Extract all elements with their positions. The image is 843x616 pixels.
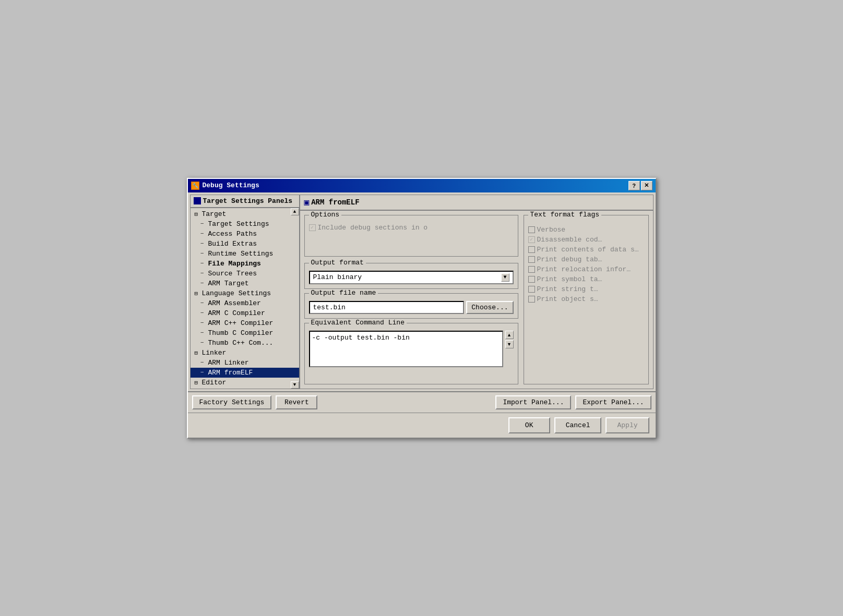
- output-file-input[interactable]: [309, 301, 465, 314]
- include-debug-checkbox[interactable]: [309, 224, 316, 231]
- output-file-inner: Choose...: [309, 301, 514, 314]
- ok-button[interactable]: OK: [508, 417, 550, 433]
- right-content: Options Include debug sections in o Outp…: [300, 211, 653, 389]
- toggle-linker: ⊟: [195, 349, 201, 356]
- choose-button[interactable]: Choose...: [466, 301, 513, 314]
- output-format-dropdown[interactable]: Plain binary ▼: [309, 271, 514, 284]
- sidebar-item-file-mappings[interactable]: — File Mappings: [191, 259, 299, 269]
- close-button[interactable]: ✕: [641, 181, 652, 190]
- toggle-source-trees: —: [201, 271, 207, 276]
- sidebar-item-build-extras[interactable]: — Build Extras: [191, 239, 299, 249]
- right-panel: ▣ ARM fromELF Options Include debug sect…: [300, 195, 653, 389]
- print-symbol-label: Print symbol ta…: [537, 275, 602, 283]
- right-panel-header: ▣ ARM fromELF: [300, 195, 653, 211]
- export-panel-button[interactable]: Export Panel...: [575, 395, 651, 409]
- verbose-row: Verbose: [528, 225, 644, 235]
- sidebar-item-label: Access Paths: [208, 230, 257, 238]
- right-flags: Text format flags Verbose Disassemble co…: [524, 215, 649, 384]
- sidebar-item-label: Linker: [202, 349, 227, 357]
- cancel-button[interactable]: Cancel: [554, 417, 602, 433]
- sidebar-item-language-settings[interactable]: ⊟ Language Settings: [191, 288, 299, 298]
- sidebar-item-arm-target[interactable]: — ARM Target: [191, 279, 299, 288]
- sidebar-item-arm-assembler[interactable]: — ARM Assembler: [191, 298, 299, 308]
- scroll-up-button[interactable]: ▲: [291, 208, 299, 215]
- toggle-target-settings: —: [201, 221, 207, 226]
- toggle-arm-target: —: [201, 281, 207, 286]
- left-panel: Target Settings Panels ▲ ⊟ Target — Targ…: [191, 195, 300, 389]
- include-debug-row: Include debug sections in o: [309, 223, 514, 233]
- sidebar-item-editor[interactable]: ⊟ Editor: [191, 378, 299, 388]
- sidebar-item-arm-c-compiler[interactable]: — ARM C Compiler: [191, 308, 299, 318]
- print-data-label: Print contents of data s…: [537, 246, 639, 253]
- sidebar-item-arm-fromelf[interactable]: — ARM fromELF: [191, 368, 299, 378]
- sidebar-item-thumb-c-compiler[interactable]: — Thumb C Compiler: [191, 328, 299, 338]
- import-panel-button[interactable]: Import Panel...: [495, 395, 571, 409]
- cmd-line-textarea[interactable]: -c -output test.bin -bin: [309, 331, 503, 367]
- sidebar-item-label: Runtime Settings: [208, 250, 274, 258]
- print-object-checkbox[interactable]: [528, 296, 535, 303]
- title-buttons: ? ✕: [628, 181, 652, 190]
- print-debug-checkbox[interactable]: [528, 256, 535, 263]
- print-data-row: Print contents of data s…: [528, 245, 644, 255]
- title-bar: 🔧 Debug Settings ? ✕: [188, 179, 656, 192]
- sidebar-item-arm-linker[interactable]: — ARM Linker: [191, 358, 299, 368]
- sidebar-item-label: Thumb C Compiler: [208, 329, 274, 337]
- cmd-scrollbar: ▲ ▼: [505, 331, 514, 367]
- print-string-checkbox[interactable]: [528, 286, 535, 293]
- sidebar-item-label: Thumb C++ Com...: [208, 339, 274, 347]
- sidebar-item-arm-cpp-compiler[interactable]: — ARM C++ Compiler: [191, 318, 299, 328]
- output-format-group: Output format Plain binary ▼: [304, 263, 518, 289]
- title-bar-left: 🔧 Debug Settings: [191, 182, 259, 190]
- options-group: Options Include debug sections in o: [304, 215, 518, 257]
- sidebar-item-label: Source Trees: [208, 270, 257, 277]
- apply-button[interactable]: Apply: [605, 417, 649, 433]
- sidebar-item-linker[interactable]: ⊟ Linker: [191, 348, 299, 358]
- print-debug-label: Print debug tab…: [537, 256, 602, 263]
- cmd-scroll-up-button[interactable]: ▲: [505, 331, 514, 339]
- disassemble-checkbox[interactable]: [528, 236, 535, 243]
- output-file-group: Output file name Choose...: [304, 293, 518, 319]
- output-format-inner: Plain binary ▼: [309, 271, 514, 284]
- options-group-label: Options: [309, 211, 342, 219]
- sidebar-item-label: ARM C Compiler: [208, 309, 265, 317]
- revert-button[interactable]: Revert: [276, 395, 317, 409]
- toggle-thumb-c-compiler: —: [201, 330, 207, 335]
- print-relocation-checkbox[interactable]: [528, 266, 535, 273]
- output-format-label: Output format: [309, 259, 366, 267]
- left-settings: Options Include debug sections in o Outp…: [304, 215, 518, 384]
- verbose-label: Verbose: [537, 226, 566, 234]
- right-panel-icon: ▣: [304, 197, 310, 208]
- cmd-scroll-down-button[interactable]: ▼: [505, 340, 514, 348]
- sidebar-item-runtime-settings[interactable]: — Runtime Settings: [191, 249, 299, 259]
- toggle-arm-cpp-compiler: —: [201, 320, 207, 325]
- sidebar-item-source-trees[interactable]: — Source Trees: [191, 269, 299, 279]
- print-data-checkbox[interactable]: [528, 246, 535, 253]
- print-symbol-row: Print symbol ta…: [528, 274, 644, 284]
- cmd-line-group: Equivalent Command Line -c -output test.…: [304, 323, 518, 384]
- output-file-label: Output file name: [309, 289, 378, 297]
- flags-group: Text format flags Verbose Disassemble co…: [524, 215, 649, 384]
- right-panel-title: ARM fromELF: [311, 198, 359, 207]
- flags-checkboxes: Verbose Disassemble cod… Print contents …: [528, 225, 644, 304]
- print-relocation-label: Print relocation infor…: [537, 265, 631, 273]
- sidebar-item-target[interactable]: ⊟ Target: [191, 209, 299, 219]
- sidebar-item-label: ARM C++ Compiler: [208, 319, 274, 327]
- print-string-row: Print string t…: [528, 284, 644, 294]
- scroll-down-button[interactable]: ▼: [291, 381, 299, 389]
- dialog-buttons: OK Cancel Apply: [188, 413, 656, 438]
- window-title: Debug Settings: [203, 182, 259, 189]
- verbose-checkbox[interactable]: [528, 226, 535, 233]
- sidebar-item-target-settings[interactable]: — Target Settings: [191, 219, 299, 229]
- sidebar-item-label: Editor: [202, 379, 227, 386]
- toggle-arm-linker: —: [201, 360, 207, 365]
- flags-group-label: Text format flags: [528, 211, 602, 219]
- panel-header: Target Settings Panels: [191, 195, 299, 208]
- toggle-access-paths: —: [201, 231, 207, 236]
- content-area: Target Settings Panels ▲ ⊟ Target — Targ…: [190, 195, 654, 389]
- sidebar-item-thumb-cpp-com[interactable]: — Thumb C++ Com...: [191, 338, 299, 348]
- options-group-inner: Include debug sections in o: [309, 223, 514, 233]
- factory-settings-button[interactable]: Factory Settings: [192, 395, 272, 409]
- print-symbol-checkbox[interactable]: [528, 276, 535, 283]
- help-button[interactable]: ?: [628, 181, 640, 190]
- sidebar-item-access-paths[interactable]: — Access Paths: [191, 229, 299, 239]
